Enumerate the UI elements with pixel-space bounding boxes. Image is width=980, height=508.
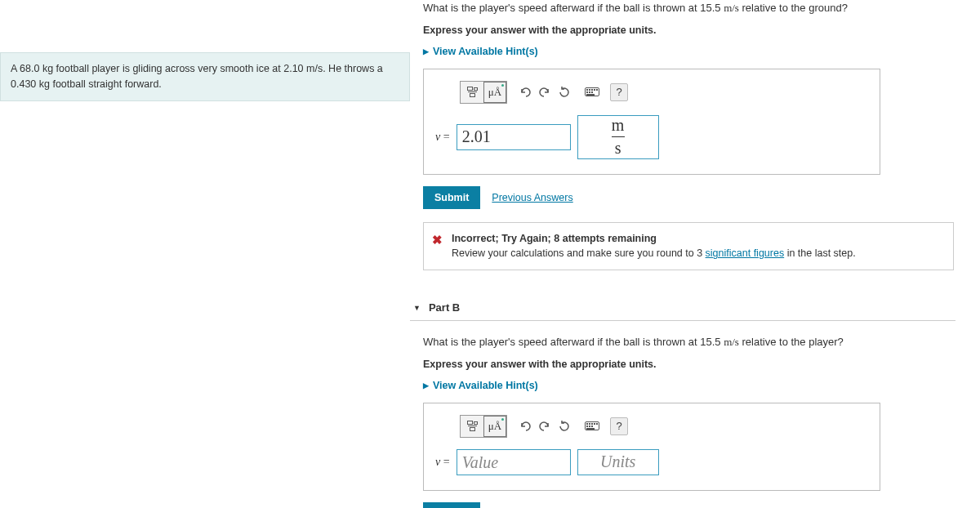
view-hints-link-b[interactable]: View Available Hint(s) — [423, 380, 538, 391]
part-b-title: Part B — [429, 301, 460, 314]
text: m/s — [724, 336, 739, 348]
feedback-box: ✖ Incorrect; Try Again; 8 attempts remai… — [423, 222, 954, 271]
templates-button[interactable] — [461, 416, 483, 437]
text: What is the player's speed afterward if … — [423, 2, 724, 14]
variable-label: v = — [435, 456, 450, 469]
text: football player is gliding across very s… — [53, 63, 306, 74]
part-a-question: What is the player's speed afterward if … — [423, 0, 956, 16]
part-a-instruction: Express your answer with the appropriate… — [423, 25, 956, 36]
text: in the last step. — [784, 247, 856, 259]
redo-button[interactable] — [535, 417, 555, 436]
unit-numerator: m — [608, 116, 628, 136]
templates-button[interactable] — [461, 82, 483, 103]
special-chars-button[interactable]: μÅ — [483, 416, 506, 437]
unit-denominator: s — [612, 136, 625, 158]
text: football straight forward. — [50, 78, 162, 90]
text: relative to the player? — [739, 336, 844, 348]
text: kg — [42, 63, 53, 74]
help-button[interactable]: ? — [610, 83, 628, 101]
caret-down-icon: ▼ — [413, 304, 421, 312]
toolbar: μÅ ? — [460, 415, 868, 438]
keyboard-button[interactable] — [582, 82, 602, 102]
part-b-question: What is the player's speed afterward if … — [423, 334, 956, 350]
problem-statement: A 68.0 kg football player is gliding acr… — [0, 52, 410, 101]
text: μÅ — [488, 420, 501, 433]
incorrect-icon: ✖ — [432, 231, 443, 250]
reset-button[interactable] — [555, 417, 574, 436]
submit-button[interactable]: Submit — [423, 186, 480, 209]
keyboard-button[interactable] — [582, 417, 602, 436]
view-hints-link[interactable]: View Available Hint(s) — [423, 46, 538, 57]
text: m/s — [306, 63, 323, 74]
help-button[interactable]: ? — [610, 417, 628, 435]
redo-button[interactable] — [535, 82, 555, 102]
hints-label: View Available Hint(s) — [433, 46, 538, 57]
undo-button[interactable] — [515, 417, 535, 436]
units-input[interactable]: Units — [577, 449, 659, 475]
feedback-heading: Incorrect; Try Again; 8 attempts remaini… — [452, 233, 657, 244]
part-b-header[interactable]: ▼ Part B — [410, 295, 956, 321]
undo-button[interactable] — [515, 82, 535, 102]
text: μÅ — [488, 86, 501, 99]
text: A 68.0 — [11, 63, 42, 74]
part-b-instruction: Express your answer with the appropriate… — [423, 359, 956, 370]
previous-answers-link[interactable]: Previous Answers — [492, 192, 572, 203]
text: kg — [39, 78, 50, 90]
sig-figures-link[interactable]: significant figures — [706, 247, 785, 259]
part-b-answer-box: μÅ ? v = — [423, 403, 880, 491]
variable-label: v = — [435, 131, 450, 144]
text: Review your calculations and make sure y… — [452, 247, 706, 259]
toolbar: μÅ ? — [460, 81, 868, 104]
value-input[interactable] — [457, 124, 571, 150]
text: relative to the ground? — [739, 2, 848, 14]
reset-button[interactable] — [555, 82, 574, 102]
submit-button-b[interactable]: Submit — [423, 502, 480, 509]
text: What is the player's speed afterward if … — [423, 336, 724, 348]
special-chars-button[interactable]: μÅ — [483, 82, 506, 103]
part-a-answer-box: μÅ ? v = — [423, 69, 880, 175]
text: m/s — [724, 2, 739, 14]
value-input[interactable]: Value — [457, 449, 571, 475]
units-input[interactable]: m s — [577, 115, 659, 159]
hints-label: View Available Hint(s) — [433, 380, 538, 391]
